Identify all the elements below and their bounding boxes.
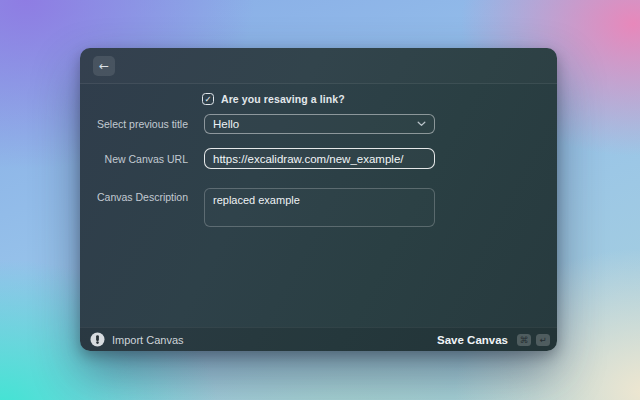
import-canvas-button[interactable]: Import Canvas: [90, 332, 184, 347]
save-canvas-label: Save Canvas: [437, 334, 508, 346]
command-key-icon: ⌘: [517, 334, 531, 346]
resave-checkbox[interactable]: ✓: [202, 93, 214, 105]
previous-title-select[interactable]: Hello: [204, 114, 435, 134]
dialog-window: ← ✓ Are you resaving a link? Select prev…: [80, 48, 557, 351]
chevron-down-icon: [417, 121, 426, 127]
back-button[interactable]: ←: [93, 56, 115, 76]
import-canvas-label: Import Canvas: [112, 334, 184, 346]
dialog-header: ←: [80, 48, 557, 84]
select-previous-title-label: Select previous title: [80, 118, 188, 130]
resave-checkbox-row: ✓ Are you resaving a link?: [202, 92, 345, 106]
resave-checkbox-label: Are you resaving a link?: [221, 93, 345, 105]
dialog-body: ✓ Are you resaving a link? Select previo…: [80, 84, 557, 327]
canvas-description-label: Canvas Description: [80, 191, 188, 203]
import-canvas-icon: [90, 332, 105, 347]
dialog-footer: Import Canvas Save Canvas ⌘ ↵: [80, 327, 557, 351]
new-canvas-url-label: New Canvas URL: [80, 153, 188, 165]
save-canvas-button[interactable]: Save Canvas ⌘ ↵: [437, 334, 550, 346]
back-arrow-icon: ←: [99, 57, 109, 75]
canvas-description-textarea[interactable]: replaced example: [204, 188, 435, 227]
desktop-background: ← ✓ Are you resaving a link? Select prev…: [0, 0, 640, 400]
return-key-icon: ↵: [536, 334, 550, 346]
new-canvas-url-input[interactable]: [204, 148, 435, 169]
checkmark-icon: ✓: [204, 95, 211, 104]
previous-title-selected-value: Hello: [213, 118, 417, 130]
